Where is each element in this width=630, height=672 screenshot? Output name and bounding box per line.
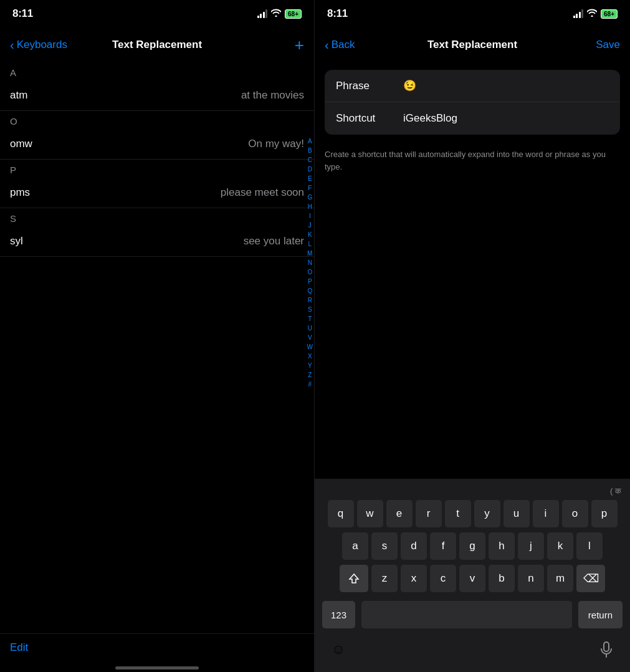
right-nav-title: Text Replacement bbox=[427, 39, 517, 51]
return-key[interactable]: return bbox=[578, 601, 623, 628]
shortcut-pms: pms bbox=[10, 186, 60, 199]
keyboard-bottom-row: 123 return bbox=[317, 597, 628, 633]
right-battery-icon: 68+ bbox=[601, 9, 618, 19]
left-add-button[interactable]: + bbox=[295, 37, 304, 53]
right-signal-icon bbox=[573, 9, 584, 18]
key-k[interactable]: k bbox=[547, 532, 573, 560]
key-q[interactable]: q bbox=[328, 500, 354, 527]
right-back-button[interactable]: ‹ Back bbox=[325, 39, 355, 51]
key-i[interactable]: i bbox=[533, 500, 559, 527]
left-wifi-icon bbox=[271, 9, 281, 19]
shift-key[interactable] bbox=[340, 565, 368, 592]
key-g[interactable]: g bbox=[459, 532, 485, 560]
left-signal-icon bbox=[257, 9, 268, 18]
shortcut-label: Shortcut bbox=[336, 112, 398, 125]
phrase-label: Phrase bbox=[336, 80, 398, 92]
section-header-o: O bbox=[0, 111, 314, 129]
left-nav-title: Text Replacement bbox=[112, 39, 202, 51]
key-n[interactable]: n bbox=[518, 565, 544, 592]
key-p[interactable]: p bbox=[591, 500, 618, 527]
right-wifi-icon bbox=[587, 9, 597, 19]
microphone-button[interactable] bbox=[593, 636, 620, 663]
keyboard-emoji-row: ☺ bbox=[317, 633, 628, 670]
keyboard[interactable]: ( क q w e r t y u i o p a s d f g h j k … bbox=[315, 479, 630, 672]
keyboard-row-3: z x c v b n m ⌫ bbox=[317, 565, 628, 592]
emoji-button[interactable]: ☺ bbox=[325, 636, 352, 663]
list-item-omw[interactable]: omw On my way! bbox=[0, 129, 314, 160]
key-e[interactable]: e bbox=[386, 500, 413, 527]
right-panel: 8:11 68+ ‹ Back Text Replacement Save bbox=[315, 0, 630, 672]
key-f[interactable]: f bbox=[430, 532, 456, 560]
key-j[interactable]: j bbox=[518, 532, 544, 560]
index-sidebar[interactable]: A B C D E F G H I J K L M N O P Q R S T … bbox=[307, 137, 313, 389]
left-panel: 8:11 68+ ‹ Keyboards Text Replacement + bbox=[0, 0, 315, 672]
key-m[interactable]: m bbox=[547, 565, 573, 592]
right-status-bar: 8:11 68+ bbox=[315, 0, 630, 27]
space-key[interactable] bbox=[361, 601, 572, 628]
shortcut-value: iGeeksBlog bbox=[403, 112, 457, 125]
right-chevron-icon: ‹ bbox=[325, 39, 329, 51]
phrase-omw: On my way! bbox=[248, 138, 304, 150]
section-header-a: A bbox=[0, 62, 314, 80]
key-r[interactable]: r bbox=[416, 500, 442, 527]
left-chevron-icon: ‹ bbox=[10, 39, 14, 51]
key-l[interactable]: l bbox=[576, 532, 603, 560]
key-w[interactable]: w bbox=[357, 500, 383, 527]
keyboard-lang-toggle[interactable]: ( क bbox=[610, 486, 621, 496]
left-home-indicator bbox=[115, 666, 199, 670]
shortcut-syl: syl bbox=[10, 235, 60, 247]
right-spacer bbox=[315, 173, 630, 479]
section-header-p: P bbox=[0, 160, 314, 178]
edit-button[interactable]: Edit bbox=[10, 641, 28, 653]
left-back-label: Keyboards bbox=[17, 39, 67, 51]
phrase-syl: see you later bbox=[244, 235, 304, 247]
phrase-value: 😉 bbox=[403, 79, 416, 92]
key-y[interactable]: y bbox=[474, 500, 500, 527]
key-b[interactable]: b bbox=[489, 565, 515, 592]
key-h[interactable]: h bbox=[489, 532, 515, 560]
key-x[interactable]: x bbox=[401, 565, 427, 592]
svg-rect-0 bbox=[604, 642, 609, 651]
key-c[interactable]: c bbox=[430, 565, 456, 592]
delete-key[interactable]: ⌫ bbox=[576, 565, 605, 592]
phrase-row[interactable]: Phrase 😉 bbox=[325, 70, 620, 102]
section-header-s: S bbox=[0, 208, 314, 226]
left-back-button[interactable]: ‹ Keyboards bbox=[10, 39, 67, 51]
phrase-atm: at the movies bbox=[241, 89, 304, 102]
key-t[interactable]: t bbox=[445, 500, 471, 527]
left-bottom-bar: Edit bbox=[0, 633, 314, 661]
keyboard-row-1: q w e r t y u i o p bbox=[317, 500, 628, 527]
key-v[interactable]: v bbox=[459, 565, 485, 592]
shortcut-atm: atm bbox=[10, 89, 60, 102]
left-status-icons: 68+ bbox=[257, 9, 302, 19]
left-status-bar: 8:11 68+ bbox=[0, 0, 314, 27]
left-battery-icon: 68+ bbox=[285, 9, 302, 19]
right-back-label: Back bbox=[332, 39, 355, 51]
text-replacement-form: Phrase 😉 Shortcut iGeeksBlog bbox=[325, 70, 620, 135]
numbers-key[interactable]: 123 bbox=[322, 601, 355, 628]
key-z[interactable]: z bbox=[371, 565, 398, 592]
list-item-atm[interactable]: atm at the movies bbox=[0, 80, 314, 111]
list-item-syl[interactable]: syl see you later bbox=[0, 226, 314, 257]
left-list: A atm at the movies O omw On my way! P p… bbox=[0, 62, 314, 633]
keyboard-toolbar: ( क bbox=[317, 484, 628, 500]
right-time: 8:11 bbox=[327, 7, 348, 20]
keyboard-row-2: a s d f g h j k l bbox=[317, 532, 628, 560]
key-s[interactable]: s bbox=[371, 532, 398, 560]
list-item-pms[interactable]: pms please meet soon bbox=[0, 178, 314, 208]
right-status-icons: 68+ bbox=[573, 9, 618, 19]
key-d[interactable]: d bbox=[401, 532, 427, 560]
form-hint: Create a shortcut that will automaticall… bbox=[325, 148, 620, 173]
phrase-pms: please meet soon bbox=[221, 186, 304, 199]
save-button[interactable]: Save bbox=[596, 39, 620, 51]
left-nav-bar: ‹ Keyboards Text Replacement + bbox=[0, 27, 314, 62]
key-a[interactable]: a bbox=[342, 532, 368, 560]
key-u[interactable]: u bbox=[504, 500, 530, 527]
key-o[interactable]: o bbox=[562, 500, 588, 527]
right-nav-bar: ‹ Back Text Replacement Save bbox=[315, 27, 630, 62]
shortcut-omw: omw bbox=[10, 138, 60, 150]
shortcut-row[interactable]: Shortcut iGeeksBlog bbox=[325, 102, 620, 135]
left-time: 8:11 bbox=[12, 7, 33, 20]
